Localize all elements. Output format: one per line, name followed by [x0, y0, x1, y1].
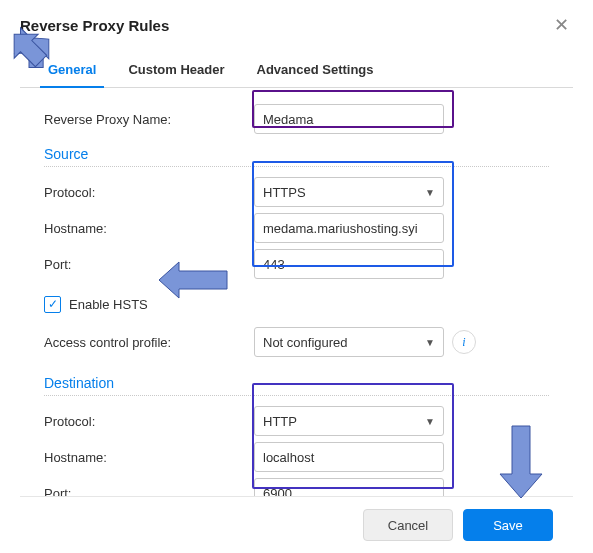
close-icon[interactable]: ✕ [550, 14, 573, 36]
chevron-down-icon: ▼ [425, 337, 435, 348]
label-dst-hostname: Hostname: [44, 450, 254, 465]
divider [44, 395, 549, 396]
label-src-port: Port: [44, 257, 254, 272]
name-input[interactable] [254, 104, 444, 134]
src-protocol-value: HTTPS [263, 185, 306, 200]
tab-advanced-settings[interactable]: Advanced Settings [253, 54, 378, 87]
tab-custom-header[interactable]: Custom Header [124, 54, 228, 87]
enable-hsts-checkbox[interactable]: ✓ Enable HSTS [44, 296, 148, 313]
src-protocol-select[interactable]: HTTPS ▼ [254, 177, 444, 207]
src-port-input[interactable] [254, 249, 444, 279]
label-src-hostname: Hostname: [44, 221, 254, 236]
label-dst-port: Port: [44, 486, 254, 497]
label-enable-hsts: Enable HSTS [69, 297, 148, 312]
reverse-proxy-dialog: Reverse Proxy Rules ✕ General Custom Hea… [0, 0, 593, 553]
dst-port-input[interactable] [254, 478, 444, 496]
access-profile-value: Not configured [263, 335, 348, 350]
cancel-button[interactable]: Cancel [363, 509, 453, 541]
info-icon[interactable]: i [452, 330, 476, 354]
label-src-protocol: Protocol: [44, 185, 254, 200]
section-destination: Destination [44, 375, 549, 391]
form-body: Reverse Proxy Name: Source Protocol: HTT… [20, 88, 573, 496]
dialog-footer: Cancel Save [20, 496, 573, 553]
dialog-title: Reverse Proxy Rules [20, 17, 169, 34]
section-source: Source [44, 146, 549, 162]
access-profile-select[interactable]: Not configured ▼ [254, 327, 444, 357]
dst-protocol-select[interactable]: HTTP ▼ [254, 406, 444, 436]
dst-hostname-input[interactable] [254, 442, 444, 472]
tabs: General Custom Header Advanced Settings [20, 54, 573, 88]
label-access-profile: Access control profile: [44, 335, 254, 350]
checkmark-icon: ✓ [44, 296, 61, 313]
label-name: Reverse Proxy Name: [44, 112, 254, 127]
save-button[interactable]: Save [463, 509, 553, 541]
divider [44, 166, 549, 167]
titlebar: Reverse Proxy Rules ✕ [20, 14, 573, 36]
chevron-down-icon: ▼ [425, 416, 435, 427]
tab-general[interactable]: General [44, 54, 100, 87]
dst-protocol-value: HTTP [263, 414, 297, 429]
src-hostname-input[interactable] [254, 213, 444, 243]
label-dst-protocol: Protocol: [44, 414, 254, 429]
chevron-down-icon: ▼ [425, 187, 435, 198]
